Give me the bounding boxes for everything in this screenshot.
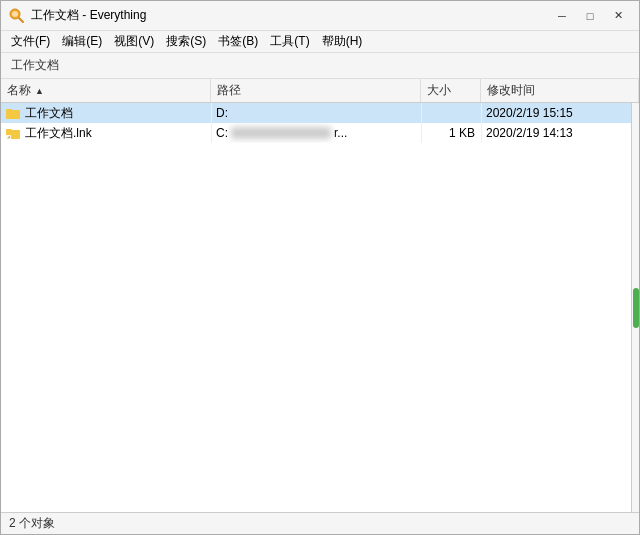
close-button[interactable]: ✕ — [605, 6, 631, 26]
col-header-name[interactable]: 名称 ▲ — [1, 79, 211, 102]
svg-rect-4 — [6, 109, 12, 112]
app-icon — [9, 8, 25, 24]
svg-line-2 — [19, 18, 23, 22]
svg-text:↗: ↗ — [7, 135, 10, 140]
file-modified-cell: 2020/2/19 14:13 — [481, 123, 631, 143]
file-list: 工作文档 D: 2020/2/19 15:15 — [1, 103, 631, 512]
toolbar: 工作文档 — [1, 53, 639, 79]
file-name: 工作文档 — [25, 105, 73, 122]
file-size: 1 KB — [449, 126, 475, 140]
menu-bookmarks[interactable]: 书签(B) — [212, 31, 264, 52]
table-row[interactable]: 工作文档 D: 2020/2/19 15:15 — [1, 103, 631, 123]
window-title: 工作文档 - Everything — [31, 7, 549, 24]
menu-file[interactable]: 文件(F) — [5, 31, 56, 52]
svg-point-1 — [12, 11, 18, 17]
status-text: 2 个对象 — [9, 515, 55, 532]
column-headers: 名称 ▲ 路径 大小 修改时间 — [1, 79, 639, 103]
col-header-size[interactable]: 大小 — [421, 79, 481, 102]
file-size-cell — [421, 103, 481, 123]
menu-bar: 文件(F) 编辑(E) 视图(V) 搜索(S) 书签(B) 工具(T) 帮助(H… — [1, 31, 639, 53]
content-area: 工作文档 D: 2020/2/19 15:15 — [1, 103, 639, 512]
col-header-modified[interactable]: 修改时间 — [481, 79, 639, 102]
sort-arrow-name: ▲ — [35, 86, 44, 96]
file-path-suffix: r... — [334, 126, 347, 140]
file-size-cell: 1 KB — [421, 123, 481, 143]
file-path: D: — [216, 106, 228, 120]
file-path-blurred — [231, 127, 331, 139]
file-modified: 2020/2/19 14:13 — [486, 126, 573, 140]
file-name: 工作文档.lnk — [25, 125, 92, 142]
main-window: 工作文档 - Everything ─ □ ✕ 文件(F) 编辑(E) 视图(V… — [0, 0, 640, 535]
address-label: 工作文档 — [7, 57, 63, 74]
menu-search[interactable]: 搜索(S) — [160, 31, 212, 52]
menu-help[interactable]: 帮助(H) — [316, 31, 369, 52]
shortcut-icon: ↗ — [5, 125, 21, 141]
file-modified-cell: 2020/2/19 15:15 — [481, 103, 631, 123]
maximize-button[interactable]: □ — [577, 6, 603, 26]
file-list-inner: 工作文档 D: 2020/2/19 15:15 — [1, 103, 631, 512]
folder-icon — [5, 105, 21, 121]
menu-tools[interactable]: 工具(T) — [264, 31, 315, 52]
file-modified: 2020/2/19 15:15 — [486, 106, 573, 120]
window-controls: ─ □ ✕ — [549, 6, 631, 26]
file-name-cell: 工作文档 — [1, 103, 211, 123]
menu-edit[interactable]: 编辑(E) — [56, 31, 108, 52]
menu-view[interactable]: 视图(V) — [108, 31, 160, 52]
status-bar: 2 个对象 — [1, 512, 639, 534]
file-path-cell: C: r... — [211, 123, 421, 143]
file-name-cell: ↗ 工作文档.lnk — [1, 123, 211, 143]
svg-rect-6 — [6, 129, 12, 132]
minimize-button[interactable]: ─ — [549, 6, 575, 26]
file-path-prefix: C: — [216, 126, 228, 140]
file-path-cell: D: — [211, 103, 421, 123]
col-header-path[interactable]: 路径 — [211, 79, 421, 102]
right-accent — [631, 103, 639, 512]
table-row[interactable]: ↗ 工作文档.lnk C: r... 1 KB 2020/2/19 14:13 — [1, 123, 631, 143]
title-bar: 工作文档 - Everything ─ □ ✕ — [1, 1, 639, 31]
right-accent-bar — [633, 288, 639, 328]
